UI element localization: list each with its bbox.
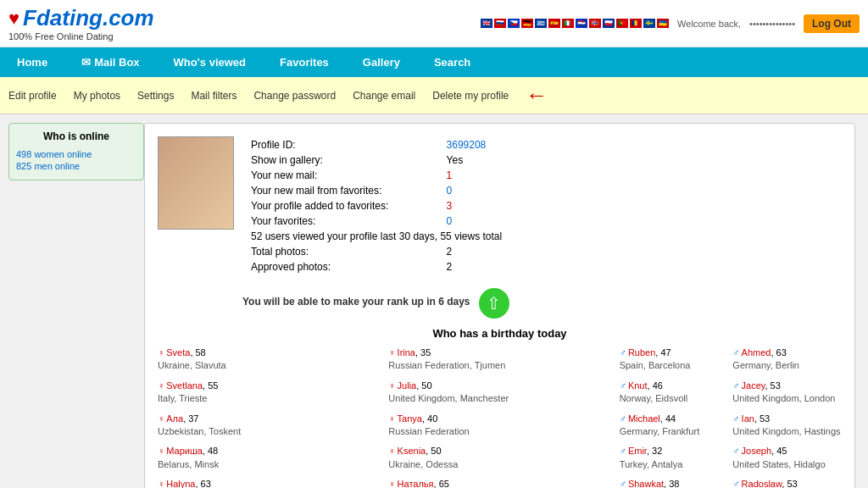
sub-nav: Edit profile My photos Settings Mail fil… (0, 77, 868, 114)
nav-mailbox[interactable]: ✉ Mail Box (64, 47, 156, 77)
new-mail-fav-label: Your new mail from favorites: (251, 185, 381, 197)
ala-link[interactable]: Ала (166, 413, 183, 424)
birthday-item-joseph: ♂Joseph, 45United States, Hidalgo (732, 445, 842, 471)
svetlana-link[interactable]: Svetlana (166, 380, 203, 391)
welcome-text: Welcome back, (677, 19, 741, 29)
natalya-link[interactable]: Наталья (398, 479, 434, 488)
ian-link[interactable]: Ian (742, 413, 754, 424)
michael-link[interactable]: Michael (628, 413, 660, 424)
nav-whos-viewed[interactable]: Who's viewed (157, 47, 263, 77)
subnav-mail-filters[interactable]: Mail filters (191, 90, 236, 102)
flags-row: 🇬🇧 🇷🇺 🇨🇿 🇩🇪 🇬🇷 🇪🇸 🇮🇹 🇳🇱 🇳🇴 🇵🇱 🇵🇹 🇷🇴 🇸🇪 🇺… (481, 19, 669, 28)
birthday-col-1: ♀Sveta, 58Ukraine, Slavuta ♀Svetlana, 55… (158, 347, 380, 488)
birthday-item-sveta: ♀Sveta, 58Ukraine, Slavuta (158, 347, 380, 373)
logo-heart: ♥ (8, 8, 19, 30)
birthday-item-ian: ♂Ian, 53United Kingdom, Hastings (732, 413, 842, 439)
male-icon: ♂ (732, 413, 739, 424)
nav-gallery[interactable]: Gallery (346, 47, 417, 77)
ruben-link[interactable]: Ruben (628, 347, 655, 358)
added-fav-label: Your profile added to favorites: (251, 200, 388, 212)
shawkat-link[interactable]: Shawkat (628, 479, 664, 488)
birthday-item-radoslaw: ♂Radoslaw, 53Poland, Czarna Bialostocka (732, 478, 842, 488)
halyna-link[interactable]: Halyna (166, 479, 195, 488)
ahmed-link[interactable]: Ahmed (742, 347, 771, 358)
birthday-item-halyna: ♀Halyna, 63Ukraine, Dniprov'ke (158, 478, 380, 488)
arrow-indicator: ← (526, 82, 548, 108)
birthday-col-2: ♀Irina, 35Russian Federation, Tjumen ♀Ju… (388, 347, 610, 488)
nav-home[interactable]: Home (0, 47, 64, 77)
irina-link[interactable]: Irina (398, 347, 415, 358)
subnav-edit-profile[interactable]: Edit profile (8, 90, 57, 102)
birthday-item-tanya: ♀Tanya, 40Russian Federation (388, 413, 610, 439)
birthday-item-jacey: ♂Jacey, 53United Kingdom, London (732, 380, 842, 406)
birthday-item-knut: ♂Knut, 46Norway, Eidsvoll (620, 380, 729, 406)
subnav-my-photos[interactable]: My photos (74, 90, 120, 102)
birthday-item-natalya: ♀Наталья, 65Russian Federation (388, 478, 610, 488)
red-arrow-icon: ← (526, 82, 548, 108)
men-online-link[interactable]: 825 men online (16, 161, 136, 171)
rank-up-button[interactable]: ⇧ (479, 288, 509, 319)
birthday-item-michael: ♂Michael, 44Germany, Frankfurt (620, 413, 729, 439)
jacey-link[interactable]: Jacey (742, 380, 765, 391)
female-icon: ♀ (158, 380, 164, 391)
subnav-settings[interactable]: Settings (137, 90, 174, 102)
birthday-item-emir: ♂Emir, 32Turkey, Antalya (620, 445, 729, 471)
birthday-item-marisha: ♀Мариша, 48Belarus, Minsk (158, 445, 380, 471)
birthday-col-3: ♂Ruben, 47Spain, Barcelona ♂Knut, 46Norw… (620, 347, 842, 488)
rank-text: You will be able to make your rank up in… (242, 296, 470, 308)
total-photos-value: 2 (447, 246, 453, 258)
female-icon: ♀ (388, 446, 395, 456)
birthday-col-3a: ♂Ruben, 47Spain, Barcelona ♂Knut, 46Norw… (620, 347, 729, 488)
julia-link[interactable]: Julia (398, 380, 417, 391)
username-display: •••••••••••••• (749, 19, 795, 29)
joseph-link[interactable]: Joseph (742, 446, 771, 456)
female-icon: ♀ (158, 479, 164, 488)
female-icon: ♀ (388, 347, 395, 358)
total-photos-label: Total photos: (251, 246, 309, 258)
male-icon: ♂ (732, 479, 739, 488)
female-icon: ♀ (388, 479, 395, 488)
logout-button[interactable]: Log Out (804, 14, 860, 33)
radoslaw-link[interactable]: Radoslaw (742, 479, 782, 488)
profile-info: Profile ID: 3699208 Show in gallery: Yes… (247, 136, 842, 275)
top-header: ♥ Fdating.com 100% Free Online Dating 🇬🇧… (0, 0, 868, 47)
subnav-change-email[interactable]: Change email (353, 90, 415, 102)
main-nav: Home ✉ Mail Box Who's viewed Favorites G… (0, 47, 868, 77)
new-mail-fav-value[interactable]: 0 (447, 185, 453, 197)
women-online-link[interactable]: 498 women online (16, 149, 136, 159)
female-icon: ♀ (158, 446, 164, 456)
subnav-delete-profile[interactable]: Delete my profile (432, 90, 509, 102)
birthday-item-ksenia: ♀Ksenia, 50Ukraine, Odessa (388, 445, 610, 471)
online-title: Who is online (16, 130, 136, 142)
profile-id-label: Profile ID: (251, 139, 296, 151)
ksenia-link[interactable]: Ksenia (398, 446, 426, 456)
knut-link[interactable]: Knut (628, 380, 648, 391)
nav-search[interactable]: Search (417, 47, 487, 77)
birthday-item-shawkat: ♂Shawkat, 38Bangladesh, Dhaka (620, 478, 729, 488)
profile-section: Profile ID: 3699208 Show in gallery: Yes… (144, 123, 855, 488)
female-icon: ♀ (158, 413, 164, 424)
added-fav-value[interactable]: 3 (447, 200, 453, 212)
nav-favorites[interactable]: Favorites (263, 47, 346, 77)
female-icon: ♀ (388, 380, 395, 391)
logo-name: Fdating.com (23, 5, 154, 31)
new-mail-value[interactable]: 1 (447, 169, 453, 181)
female-icon: ♀ (388, 413, 395, 424)
new-mail-label: Your new mail: (251, 169, 317, 181)
male-icon: ♂ (620, 347, 626, 358)
male-icon: ♂ (620, 413, 626, 424)
logo-area: ♥ Fdating.com 100% Free Online Dating (8, 5, 154, 42)
birthday-item-irina: ♀Irina, 35Russian Federation, Tjumen (388, 347, 610, 373)
subnav-change-password[interactable]: Change password (253, 90, 336, 102)
profile-id-link[interactable]: 3699208 (447, 139, 487, 151)
favorites-value[interactable]: 0 (447, 215, 453, 227)
approved-label: Approved photos: (251, 261, 331, 273)
marisha-link[interactable]: Мариша (166, 446, 203, 456)
tanya-link[interactable]: Tanya (398, 413, 422, 424)
emir-link[interactable]: Emir (628, 446, 647, 456)
female-icon: ♀ (158, 347, 164, 358)
online-box: Who is online 498 women online 825 men o… (8, 123, 144, 180)
sveta-link[interactable]: Sveta (166, 347, 190, 358)
birthday-title: Who has a birthday today (158, 327, 842, 340)
male-icon: ♂ (732, 380, 739, 391)
